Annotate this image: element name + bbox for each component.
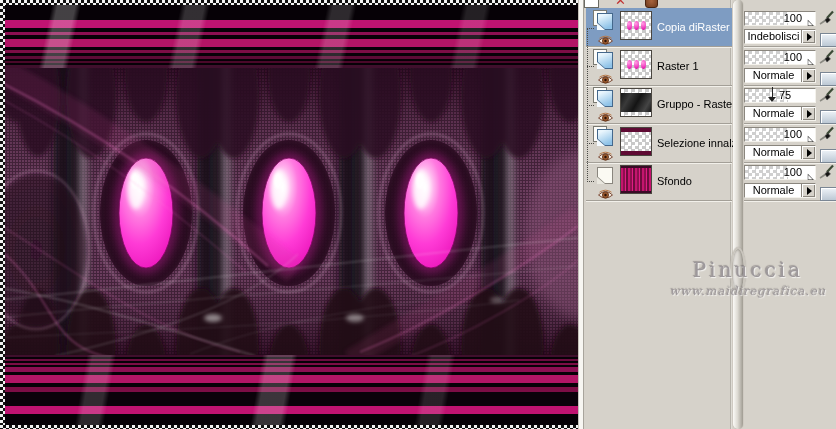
raster-layer-icon <box>593 10 615 31</box>
layer-name: Raster 1 <box>657 47 733 85</box>
dropdown-arrow-button[interactable] <box>801 107 815 120</box>
brush-icon[interactable] <box>818 49 836 65</box>
layer-link-stub <box>587 181 594 183</box>
visibility-eye-icon[interactable] <box>597 148 614 159</box>
blend-mode-dropdown[interactable]: Normale <box>744 106 816 121</box>
layer-row-gruppo-raster-1[interactable]: Gruppo - Raster 1 <box>586 85 732 124</box>
layer-row-selezione-innalzata[interactable]: Selezione innalzata <box>586 124 732 163</box>
opacity-value: 100 <box>784 51 802 64</box>
opacity-value: 100 <box>784 166 802 179</box>
blend-mode-value: Normale <box>745 146 802 159</box>
delete-layer-icon[interactable]: ✕ <box>615 0 631 8</box>
slider-handle-icon[interactable]: ◺ <box>808 173 814 181</box>
blend-mode-value: Indebolisci <box>745 30 802 43</box>
slider-handle-icon[interactable]: ◺ <box>808 58 814 66</box>
selection-marquee-top <box>0 0 578 5</box>
new-layer-icon[interactable] <box>584 0 600 8</box>
selection-marquee-bottom <box>0 425 578 429</box>
opacity-value: 75 <box>779 89 791 102</box>
blend-mode-value: Normale <box>745 69 802 82</box>
canvas[interactable] <box>0 0 578 429</box>
palette-splitter[interactable] <box>733 0 743 429</box>
edit-selection-icon[interactable] <box>645 0 659 8</box>
blend-mode-dropdown[interactable]: Normale <box>744 145 816 160</box>
layer-controls: 100 ◺ Normale <box>744 162 836 201</box>
visibility-eye-icon[interactable] <box>597 32 614 43</box>
visibility-eye-icon[interactable] <box>597 71 614 82</box>
link-set-button[interactable] <box>820 110 836 124</box>
layer-row-copia-diraster-1[interactable]: Copia diRaster 1 <box>586 8 732 47</box>
canvas-top-stripes <box>5 5 578 68</box>
layer-link-stub <box>587 66 594 68</box>
link-set-button[interactable] <box>820 72 836 86</box>
layer-link-stub <box>587 143 594 145</box>
dropdown-arrow-button[interactable] <box>801 30 815 43</box>
opacity-slider[interactable]: 75 <box>744 88 816 103</box>
visibility-eye-icon[interactable] <box>597 186 614 197</box>
slider-handle-icon[interactable] <box>772 87 773 98</box>
link-set-button[interactable] <box>820 187 836 201</box>
raster-layer-icon <box>593 49 615 70</box>
watermark-site: www.maidiregrafica.eu <box>648 284 836 298</box>
link-set-button[interactable] <box>820 149 836 163</box>
blend-mode-dropdown[interactable]: Normale <box>744 183 816 198</box>
watermark-name: Pinuccia <box>648 258 836 282</box>
layer-controls: 100 ◺ Normale <box>744 124 836 163</box>
layer-name: Sfondo <box>657 162 733 200</box>
raster-layer-icon <box>593 126 615 147</box>
dropdown-arrow-button[interactable] <box>801 184 815 197</box>
layer-thumbnail[interactable] <box>620 165 652 194</box>
layer-controls: 100 ◺ Normale <box>744 47 836 86</box>
layer-thumbnail[interactable] <box>620 127 652 156</box>
app-window: ✕ Copia diRaster 1 Raster 1 <box>0 0 836 429</box>
layer-controls: 75 Normale <box>744 85 836 124</box>
layer-link-stub <box>587 28 594 30</box>
layer-link-stub <box>587 105 594 107</box>
brush-icon[interactable] <box>818 10 836 26</box>
layer-name: Selezione innalzata <box>657 124 733 162</box>
blend-mode-dropdown[interactable]: Normale <box>744 68 816 83</box>
opacity-value: 100 <box>784 12 802 25</box>
slider-handle-icon[interactable]: ◺ <box>808 135 814 143</box>
layer-name: Copia diRaster 1 <box>657 8 733 46</box>
dropdown-arrow-button[interactable] <box>801 69 815 82</box>
opacity-value: 100 <box>784 128 802 141</box>
link-set-button[interactable] <box>820 33 836 47</box>
visibility-eye-icon[interactable] <box>597 109 614 120</box>
background-layer-icon <box>593 164 615 185</box>
layer-thumbnail[interactable] <box>620 50 652 79</box>
opacity-slider[interactable]: 100 ◺ <box>744 11 816 26</box>
dropdown-arrow-button[interactable] <box>801 146 815 159</box>
selection-marquee-left <box>0 0 5 429</box>
layer-name: Gruppo - Raster 1 <box>657 85 733 123</box>
opacity-slider[interactable]: 100 ◺ <box>744 165 816 180</box>
layer-controls: 100 ◺ Indebolisci <box>744 8 836 47</box>
brush-icon[interactable] <box>818 87 836 103</box>
layers-palette: ✕ Copia diRaster 1 Raster 1 <box>584 0 836 429</box>
layer-thumbnail[interactable] <box>620 11 652 40</box>
raster-layer-icon <box>593 87 615 108</box>
layer-row-raster-1[interactable]: Raster 1 <box>586 47 732 86</box>
blend-mode-dropdown[interactable]: Indebolisci <box>744 29 816 44</box>
opacity-slider[interactable]: 100 ◺ <box>744 50 816 65</box>
brush-icon[interactable] <box>818 126 836 142</box>
canvas-bottom-stripes <box>5 355 578 425</box>
opacity-slider[interactable]: 100 ◺ <box>744 127 816 142</box>
layer-thumbnail[interactable] <box>620 88 652 117</box>
blend-mode-value: Normale <box>745 107 802 120</box>
blend-mode-value: Normale <box>745 184 802 197</box>
watermark: Pinuccia www.maidiregrafica.eu <box>648 258 836 298</box>
brush-icon[interactable] <box>818 164 836 180</box>
slider-handle-icon[interactable]: ◺ <box>808 19 814 27</box>
layer-row-sfondo[interactable]: Sfondo <box>586 162 732 201</box>
